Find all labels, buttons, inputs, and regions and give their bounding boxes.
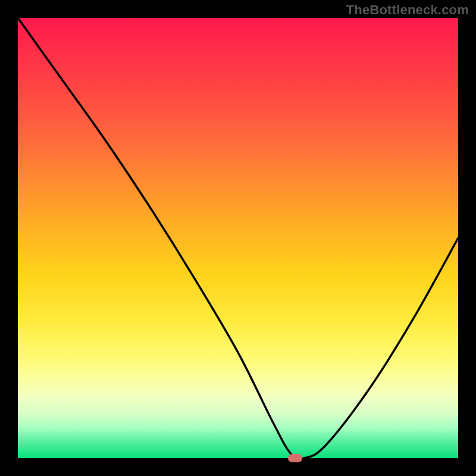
optimal-marker [288,454,302,462]
bottleneck-curve [18,18,458,458]
plot-area [18,18,458,458]
watermark-text: TheBottleneck.com [346,2,469,18]
chart-frame: TheBottleneck.com [0,0,476,476]
